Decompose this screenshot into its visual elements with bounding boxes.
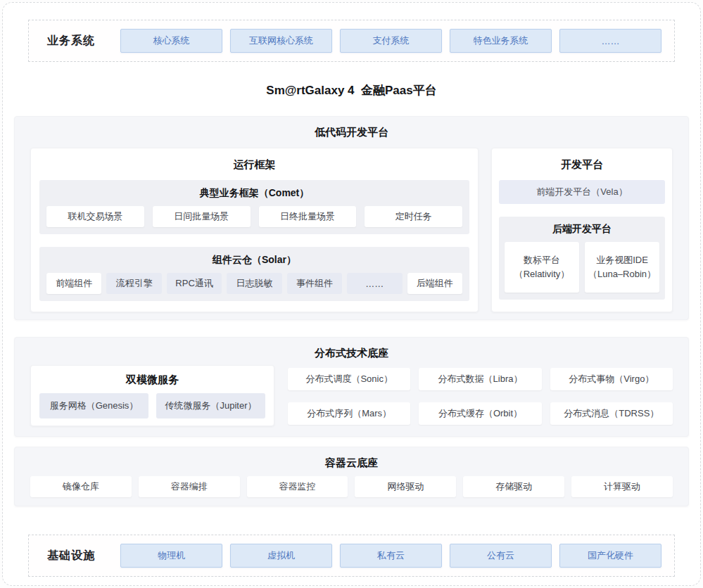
solar-items: 前端组件 流程引擎 RPC通讯 日志脱敏 事件组件 …… 后端组件 [46,273,462,294]
runtime-framework-box: 运行框架 典型业务框架（Comet） 联机交易场景 日间批量场景 日终批量场景 … [30,148,479,312]
backend-dev-items: 数标平台 （Relativity） 业务视图IDE （Luna–Robin） [505,242,659,293]
node-log-masking: 日志脱敏 [227,273,281,294]
node-frontend-component: 前端组件 [46,273,101,294]
business-systems-row: 业务系统 核心系统 互联网核心系统 支付系统 特色业务系统 …… [28,20,675,62]
node-rpc-communication: RPC通讯 [167,273,222,294]
node-name: 数标平台 [524,253,560,267]
node-domestic-hardware: 国产化硬件 [559,544,661,568]
solar-warehouse-title: 组件云仓（Solar） [46,250,462,273]
runtime-framework-title: 运行框架 [31,148,478,180]
node-core-system: 核心系统 [120,29,222,53]
distributed-base-section: 分布式技术底座 双模微服务 服务网格（Genesis） 传统微服务（Jupite… [14,337,689,437]
container-cloud-section: 容器云底座 镜像仓库 容器编排 容器监控 网络驱动 存储驱动 计算驱动 [14,447,689,506]
solar-warehouse-box: 组件云仓（Solar） 前端组件 流程引擎 RPC通讯 日志脱敏 事件组件 ……… [39,247,469,301]
node-distributed-scheduling-sonic: 分布式调度（Sonic） [288,368,410,390]
node-business-view-ide-luna-robin: 业务视图IDE （Luna–Robin） [585,242,659,293]
node-daytime-batch-scene: 日间批量场景 [153,206,251,227]
node-virtual-machine: 虚拟机 [230,544,332,568]
node-physical-machine: 物理机 [120,544,222,568]
low-code-platform-title: 低代码开发平台 [15,117,688,139]
node-container-monitoring: 容器监控 [247,476,348,497]
node-distributed-transaction-virgo: 分布式事物（Virgo） [550,368,673,390]
distributed-services-grid: 分布式调度（Sonic） 分布式数据（Libra） 分布式事物（Virgo） 分… [288,365,673,426]
node-private-cloud: 私有云 [340,544,442,568]
business-systems-label: 业务系统 [47,34,102,49]
node-distributed-cache-orbit: 分布式缓存（Orbit） [419,402,541,425]
platform-title: Sm@rtGalaxy 4 金融Paas平台 [3,82,700,98]
node-internet-core-system: 互联网核心系统 [230,29,332,53]
node-payment-system: 支付系统 [340,29,442,53]
node-distributed-data-libra: 分布式数据（Libra） [419,368,541,390]
node-container-orchestration: 容器编排 [139,476,240,497]
node-name: 业务视图IDE [596,253,648,267]
node-public-cloud: 公有云 [450,544,552,568]
node-storage-driver: 存储驱动 [463,476,564,497]
node-frontend-dev-platform-vela: 前端开发平台（Vela） [499,180,665,204]
architecture-diagram: 业务系统 核心系统 互联网核心系统 支付系统 特色业务系统 …… Sm@rtGa… [2,2,701,586]
node-online-trading-scene: 联机交易场景 [46,206,144,227]
node-solar-ellipsis: …… [347,273,402,294]
distributed-body: 双模微服务 服务网格（Genesis） 传统微服务（Jupiter） 分布式调度… [15,360,688,426]
low-code-platform-section: 低代码开发平台 运行框架 典型业务框架（Comet） 联机交易场景 日间批量场景… [14,116,689,320]
node-code: （Relativity） [514,267,570,281]
node-backend-component: 后端组件 [407,273,462,294]
node-event-component: 事件组件 [287,273,342,294]
node-scheduled-task: 定时任务 [365,206,462,227]
node-compute-driver: 计算驱动 [571,476,673,497]
low-code-body: 运行框架 典型业务框架（Comet） 联机交易场景 日间批量场景 日终批量场景 … [15,139,688,312]
container-cloud-items: 镜像仓库 容器编排 容器监控 网络驱动 存储驱动 计算驱动 [15,470,688,497]
comet-items: 联机交易场景 日间批量场景 日终批量场景 定时任务 [46,206,462,227]
node-business-ellipsis: …… [559,29,661,53]
node-distributed-sequence-mars: 分布式序列（Mars） [288,402,410,425]
container-cloud-title: 容器云底座 [15,447,688,470]
node-process-engine: 流程引擎 [106,273,161,294]
node-distributed-message-tdrss: 分布式消息（TDRSS） [550,402,673,425]
dual-mode-items: 服务网格（Genesis） 传统微服务（Jupiter） [31,393,274,418]
dual-mode-title: 双模微服务 [31,366,274,393]
infrastructure-items: 物理机 虚拟机 私有云 公有云 国产化硬件 [120,544,661,568]
node-image-registry: 镜像仓库 [30,476,132,497]
node-special-business-system: 特色业务系统 [450,29,552,53]
dev-platform-box: 开发平台 前端开发平台（Vela） 后端开发平台 数标平台 （Relativit… [491,148,673,312]
backend-dev-platform-title: 后端开发平台 [505,219,659,242]
comet-framework-box: 典型业务框架（Comet） 联机交易场景 日间批量场景 日终批量场景 定时任务 [39,180,469,234]
comet-framework-title: 典型业务框架（Comet） [46,184,462,206]
dev-platform-title: 开发平台 [492,148,672,180]
node-data-standard-platform-relativity: 数标平台 （Relativity） [505,242,579,293]
node-endofday-batch-scene: 日终批量场景 [259,206,357,227]
infrastructure-row: 基础设施 物理机 虚拟机 私有云 公有云 国产化硬件 [28,535,675,577]
node-service-mesh-genesis: 服务网格（Genesis） [39,393,148,418]
node-traditional-microservice-jupiter: 传统微服务（Jupiter） [156,393,265,418]
distributed-base-title: 分布式技术底座 [15,338,688,360]
business-systems-items: 核心系统 互联网核心系统 支付系统 特色业务系统 …… [120,29,661,53]
node-network-driver: 网络驱动 [355,476,456,497]
dual-mode-microservice-box: 双模微服务 服务网格（Genesis） 传统微服务（Jupiter） [30,365,274,426]
infrastructure-label: 基础设施 [47,549,102,563]
backend-dev-platform-box: 后端开发平台 数标平台 （Relativity） 业务视图IDE （Luna–R… [499,217,665,300]
node-code: （Luna–Robin） [588,267,656,281]
